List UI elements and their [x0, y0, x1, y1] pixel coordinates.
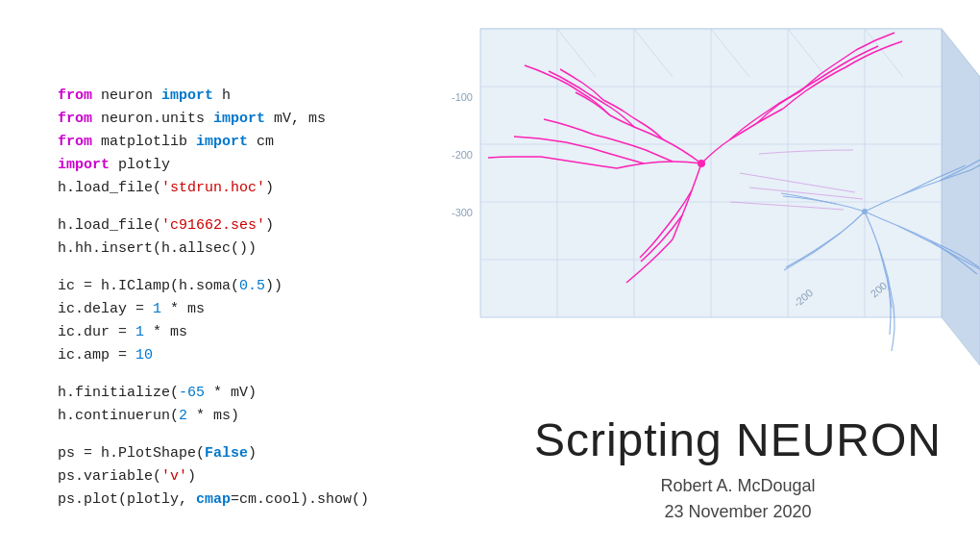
- svg-marker-1: [942, 29, 980, 365]
- title-date: 23 November 2020: [534, 502, 942, 522]
- title-area: Scripting NEURON Robert A. McDougal 23 N…: [534, 413, 942, 522]
- neuron-visualization: -100 -200 -300 -200 200: [404, 0, 980, 404]
- svg-text:-100: -100: [452, 91, 473, 103]
- svg-text:-300: -300: [452, 207, 473, 218]
- svg-text:-200: -200: [452, 149, 473, 161]
- title-main: Scripting NEURON: [534, 413, 942, 466]
- title-author: Robert A. McDougal: [534, 476, 942, 496]
- right-panel: -100 -200 -300 -200 200: [404, 0, 980, 551]
